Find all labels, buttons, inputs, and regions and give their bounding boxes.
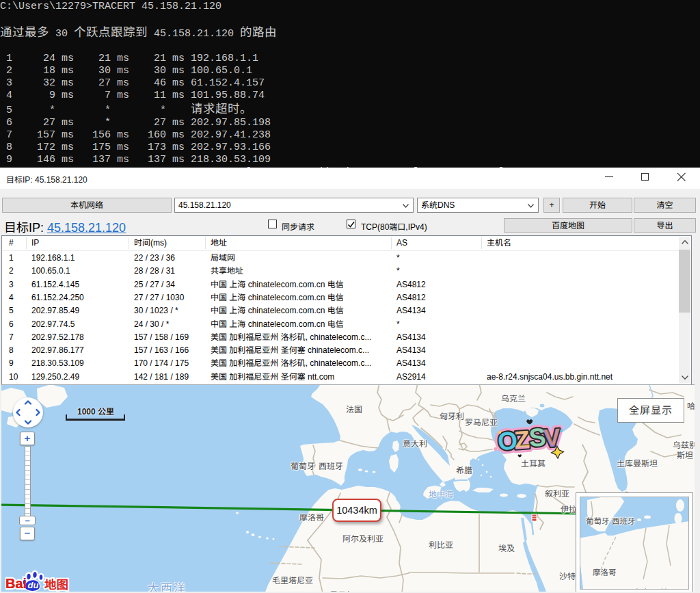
svg-text:地图: 地图 (44, 575, 68, 592)
svg-text:Z: Z (515, 425, 530, 452)
svg-text:V: V (544, 423, 562, 451)
svg-text:Bai: Bai (5, 576, 27, 591)
svg-text:du: du (28, 580, 39, 590)
